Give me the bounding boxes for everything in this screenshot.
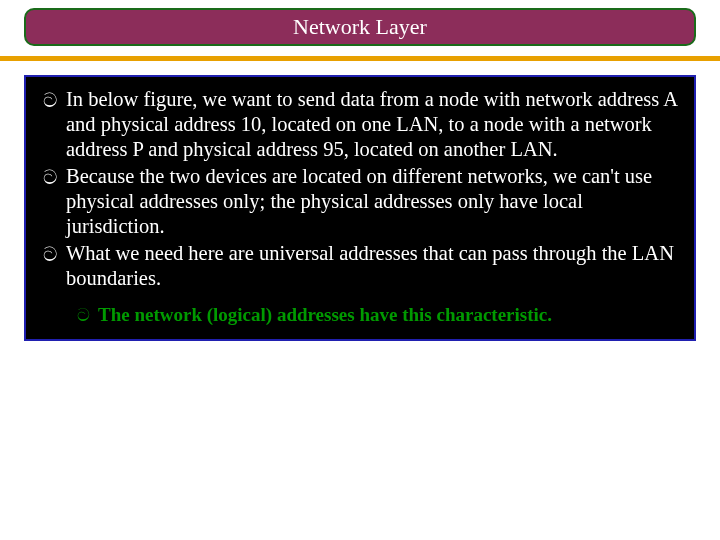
sub-bullet-icon: ට bbox=[68, 303, 98, 327]
bullet-text: In below figure, we want to send data fr… bbox=[66, 87, 686, 162]
sub-bullet-item: ට The network (logical) addresses have t… bbox=[68, 303, 686, 327]
bullet-text: What we need here are universal addresse… bbox=[66, 241, 686, 291]
bullet-icon: ට bbox=[34, 164, 66, 190]
divider-line bbox=[0, 56, 720, 61]
bullet-icon: ට bbox=[34, 87, 66, 113]
bullet-item: ට Because the two devices are located on… bbox=[34, 164, 686, 239]
slide-title: Network Layer bbox=[293, 14, 427, 39]
bullet-text: Because the two devices are located on d… bbox=[66, 164, 686, 239]
sub-bullet-text: The network (logical) addresses have thi… bbox=[98, 303, 686, 327]
bullet-icon: ට bbox=[34, 241, 66, 267]
bullet-item: ට In below figure, we want to send data … bbox=[34, 87, 686, 162]
content-box: ට In below figure, we want to send data … bbox=[24, 75, 696, 341]
bullet-item: ට What we need here are universal addres… bbox=[34, 241, 686, 291]
slide-title-bar: Network Layer bbox=[24, 8, 696, 46]
